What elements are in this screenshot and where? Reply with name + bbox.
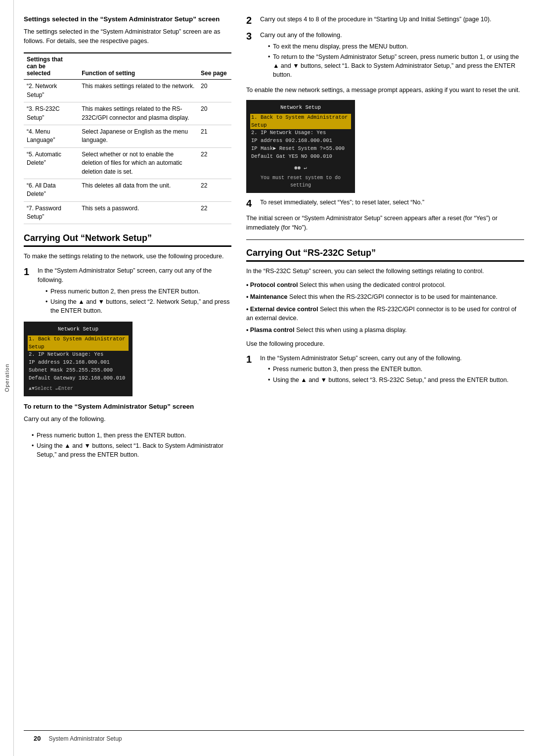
rs232c-item: Protocol control Select this when using … — [246, 281, 524, 289]
rs232c-intro: In the “RS-232C Setup” screen, you can s… — [246, 267, 524, 276]
page-footer: 20 System Administrator Setup — [24, 730, 524, 746]
table-cell-page: 22 — [198, 201, 231, 224]
table-section: Settings selected in the “System Adminis… — [24, 15, 231, 224]
right-column: 2 Carry out steps 4 to 8 of the procedur… — [246, 15, 524, 730]
rs232c-step-1: 1 In the “System Administrator Setup” sc… — [246, 354, 524, 386]
return-intro: Carry out any of the following. — [24, 415, 231, 424]
table-cell-page: 22 — [198, 147, 231, 179]
return-bullet-1: Press numeric button 1, then press the E… — [32, 431, 231, 440]
rs232c-item: External device control Select this when… — [246, 305, 524, 323]
step-1-bullet-1: Press numeric button 2, then press the E… — [45, 287, 231, 296]
return-bullets: Press numeric button 1, then press the E… — [32, 431, 231, 459]
screen-mockup-2: Network Setup 1. Back to System Administ… — [246, 100, 355, 193]
rs232c-bullet-2: Using the ▲ and ▼ buttons, select “3. RS… — [268, 376, 524, 384]
network-setup-intro: To make the settings relating to the net… — [24, 252, 231, 261]
screen2-line-1: 2. IP Network Usage: Yes — [251, 129, 350, 137]
table-cell-page: 21 — [198, 125, 231, 147]
col-header-page: See page — [198, 53, 231, 80]
step-3-bullet-2: To return to the “System Administrator S… — [268, 52, 524, 79]
rs232c-bullet-1: Press numeric button 3, then press the E… — [268, 365, 524, 374]
rs232c-item: Plasma control Select this when using a … — [246, 326, 524, 334]
screen1-line-4: Default Gateway 192.168.000.010 — [29, 375, 128, 382]
table-row: “2. Network Setup”This makes settings re… — [24, 80, 231, 102]
col-header-function: Function of setting — [79, 53, 198, 80]
settings-table: Settings thatcan beselected Function of … — [24, 52, 231, 224]
rs232c-heading: Carrying Out “RS-232C Setup” — [246, 248, 524, 262]
screen-mockup-1: Network Setup 1. Back to System Administ… — [24, 322, 133, 396]
table-cell-function: This makes settings related to the RS-23… — [79, 102, 198, 125]
table-cell-setting: “7. Password Setup” — [24, 201, 79, 224]
screen1-line-1: 2. IP Network Usage: Yes — [29, 351, 128, 359]
table-cell-function: This sets a password. — [79, 201, 198, 224]
step-4-content: To reset immediately, select “Yes”; to r… — [260, 198, 524, 207]
table-row: “4. Menu Language”Select Japanese or Eng… — [24, 125, 231, 147]
table-cell-page: 20 — [198, 80, 231, 102]
step-2-text: Carry out steps 4 to 8 of the procedure … — [260, 15, 524, 24]
screen2-title: Network Setup — [251, 104, 350, 112]
step-1-bullets: Press numeric button 2, then press the E… — [45, 287, 231, 315]
footer-title: System Administrator Setup — [48, 735, 122, 742]
table-cell-setting: “3. RS-232C Setup” — [24, 102, 79, 125]
two-column-layout: Settings selected in the “System Adminis… — [24, 15, 524, 730]
screen1-lines: 2. IP Network Usage: Yes IP address 192.… — [29, 351, 128, 382]
right-step-3: 3 Carry out any of the following. To exi… — [246, 31, 524, 81]
step-2-num: 2 — [246, 15, 256, 26]
rs232c-section: Carrying Out “RS-232C Setup” In the “RS-… — [246, 248, 524, 386]
step-3-bullet-1: To exit the menu display, press the MENU… — [268, 42, 524, 51]
screen2-footer: You must reset system to do setting — [251, 174, 350, 189]
table-section-desc: The settings selected in the “System Adm… — [24, 27, 231, 46]
side-tab-label: Operation — [4, 364, 10, 392]
table-row: “6. All Data Delete”This deletes all dat… — [24, 179, 231, 201]
rs232c-use-following: Use the following procedure. — [246, 339, 524, 349]
rs232c-step-1-bullets: Press numeric button 3, then press the E… — [268, 365, 524, 384]
step-1-text: In the “System Administrator Setup” scre… — [38, 266, 231, 285]
screen2-line-3: IP Mask► Reset System ?»55.000 — [251, 145, 350, 153]
screen1-line-2: IP address 192.168.000.001 — [29, 359, 128, 367]
side-tab: Operation — [0, 0, 14, 756]
screen1-footer: ▲▼Select ↵Enter — [29, 385, 128, 392]
section-divider — [246, 239, 524, 240]
table-cell-setting: “2. Network Setup” — [24, 80, 79, 102]
screen1-line-3: Subnet Mask 255.255.255.000 — [29, 367, 128, 375]
table-cell-page: 20 — [198, 102, 231, 125]
screen1-highlight: 1. Back to System Administrator Setup — [28, 335, 129, 351]
table-cell-setting: “5. Automatic Delete” — [24, 147, 79, 179]
step-4-num: 4 — [246, 198, 256, 209]
content-area: Settings selected in the “System Adminis… — [14, 0, 534, 756]
table-section-title: Settings selected in the “System Adminis… — [24, 15, 231, 24]
step-3-content: Carry out any of the following. To exit … — [260, 31, 524, 81]
right-step-2: 2 Carry out steps 4 to 8 of the procedur… — [246, 15, 524, 26]
rs232c-step-1-content: In the “System Administrator Setup” scre… — [260, 354, 524, 386]
table-cell-setting: “6. All Data Delete” — [24, 179, 79, 201]
screen2-line-4: Default Gat YES NO 000.010 — [251, 153, 350, 161]
table-row: “3. RS-232C Setup”This makes settings re… — [24, 102, 231, 125]
table-row: “5. Automatic Delete”Select whether or n… — [24, 147, 231, 179]
step-4-text: To reset immediately, select “Yes”; to r… — [260, 198, 524, 207]
step-3-text: Carry out any of the following. — [260, 31, 524, 40]
step-3-bullets: To exit the menu display, press the MENU… — [268, 42, 524, 80]
step-1-num: 1 — [24, 266, 34, 277]
return-heading: To return to the “System Administrator S… — [24, 402, 231, 412]
screen2-lines: 2. IP Network Usage: Yes IP address 092.… — [251, 129, 350, 160]
rs232c-item: Maintenance Select this when the RS-232C… — [246, 292, 524, 301]
step-2-content: Carry out steps 4 to 8 of the procedure … — [260, 15, 524, 24]
table-cell-page: 22 — [198, 179, 231, 201]
rs232c-step-1-num: 1 — [246, 354, 256, 365]
network-setup-heading: Carrying Out “Network Setup” — [24, 233, 231, 247]
left-column: Settings selected in the “System Adminis… — [24, 15, 231, 730]
page-container: Operation Settings selected in the “Syst… — [0, 0, 534, 756]
screen2-highlight: 1. Back to System Administrator Setup — [250, 114, 351, 130]
rs232c-step-1-text: In the “System Administrator Setup” scre… — [260, 354, 524, 363]
step-3-num: 3 — [246, 31, 256, 42]
table-cell-setting: “4. Menu Language” — [24, 125, 79, 147]
left-step-1: 1 In the “System Administrator Setup” sc… — [24, 266, 231, 317]
return-bullet-2: Using the ▲ and ▼ buttons, select “1. Ba… — [32, 441, 231, 459]
screen2-line-2: IP address 092.168.000.001 — [251, 137, 350, 145]
right-step-4: 4 To reset immediately, select “Yes”; to… — [246, 198, 524, 209]
table-cell-function: Select whether or not to enable the dele… — [79, 147, 198, 179]
rs232c-items: Protocol control Select this when using … — [246, 281, 524, 334]
screen1-title: Network Setup — [29, 326, 128, 333]
note-enable: To enable the new network settings, a me… — [246, 86, 524, 95]
table-row: “7. Password Setup”This sets a password.… — [24, 201, 231, 224]
note-initial: The initial screen or “System Administra… — [246, 214, 524, 233]
